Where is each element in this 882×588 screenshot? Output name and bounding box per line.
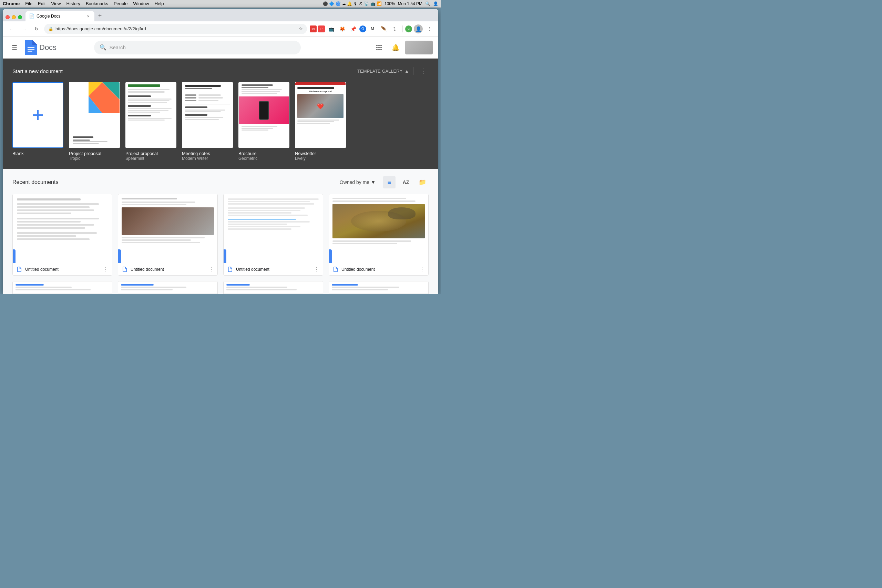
doc-info-4: Untitled document [341, 267, 417, 272]
tropic-project-name [73, 136, 93, 141]
menubar-window[interactable]: Window [133, 1, 149, 6]
google-apps-icon [376, 45, 382, 50]
list-view-button[interactable]: ≡ [383, 176, 396, 188]
recent-header-right: Owned by me ▼ ≡ AZ 📁 [336, 176, 429, 188]
template-item-tropic[interactable]: Project proposal Tropic [69, 82, 120, 161]
menu-hamburger-button[interactable]: ☰ [8, 41, 21, 54]
notifications-button[interactable]: 🔔 [388, 40, 402, 54]
template-thumb-spearmint [125, 82, 176, 148]
doc-accent-bar-4 [329, 249, 332, 263]
ext-pinterest-icon[interactable]: 📌 [348, 24, 358, 34]
template-sub-newsletter: Lively [295, 156, 306, 161]
template-item-spearmint[interactable]: Project proposal Spearmint [125, 82, 176, 161]
doc-item-8[interactable] [328, 281, 429, 294]
new-tab-button[interactable]: + [95, 11, 105, 21]
docs-search-bar[interactable]: 🔍 Search [94, 40, 301, 54]
maximize-button[interactable] [18, 15, 22, 19]
menubar-view[interactable]: View [51, 1, 61, 6]
doc-more-button-2[interactable]: ⋮ [208, 266, 214, 273]
minimize-button[interactable] [12, 15, 16, 19]
menubar-history[interactable]: History [66, 1, 80, 6]
docs-logo-text: Docs [39, 43, 57, 52]
recent-section: Recent documents Owned by me ▼ ≡ AZ 📁 [3, 169, 438, 294]
ext-cast-icon[interactable]: 📺 [326, 24, 336, 34]
bookmark-star-icon[interactable]: ☆ [299, 26, 303, 32]
ext-more-icon[interactable]: ⤵ [390, 24, 399, 34]
user-profile-area[interactable] [405, 40, 433, 54]
profile-status-icon[interactable]: G [405, 26, 412, 32]
search-placeholder: Search [109, 44, 126, 50]
reload-button[interactable]: ↻ [32, 24, 41, 34]
doc-name-4: Untitled document [341, 267, 417, 272]
recent-header: Recent documents Owned by me ▼ ≡ AZ 📁 [12, 176, 429, 188]
templates-more-button[interactable]: ⋮ [418, 66, 429, 76]
ext-pocket-icon[interactable]: P [318, 26, 325, 32]
ext-firefox-icon[interactable]: 🦊 [337, 24, 347, 34]
template-gallery-button[interactable]: TEMPLATE GALLERY ▲ [357, 69, 409, 74]
templates-section: Start a new document TEMPLATE GALLERY ▲ … [3, 58, 438, 169]
active-tab[interactable]: 📄 Google Docs ✕ [26, 11, 94, 21]
list-view-icon: ≡ [388, 179, 392, 186]
menubar-profile[interactable]: 👤 [433, 2, 438, 6]
doc-more-button-1[interactable]: ⋮ [103, 266, 108, 273]
doc-item-1[interactable]: Untitled document ⋮ [12, 194, 112, 276]
menubar-help[interactable]: Help [155, 1, 164, 6]
doc-footer-4: Untitled document ⋮ [329, 263, 428, 275]
template-item-newsletter[interactable]: We have a surprise! ❤️ [295, 82, 346, 161]
template-item-blank[interactable]: + Blank [12, 82, 63, 161]
url-bar[interactable]: 🔒 https://docs.google.com/document/u/2/?… [44, 24, 307, 34]
forward-button[interactable]: → [19, 24, 29, 34]
menubar-bookmarks[interactable]: Bookmarks [86, 1, 108, 6]
ext-circle-icon[interactable]: O [359, 26, 366, 32]
owned-by-filter[interactable]: Owned by me ▼ [336, 177, 379, 187]
back-button[interactable]: ← [7, 24, 16, 34]
doc-more-button-3[interactable]: ⋮ [314, 266, 320, 273]
close-button[interactable] [6, 15, 10, 19]
recent-docs-grid: Untitled document ⋮ [12, 194, 429, 276]
menubar-chrome[interactable]: Chrome [3, 1, 20, 6]
docs-logo[interactable]: Docs [25, 40, 57, 55]
doc-item-2[interactable]: Untitled document ⋮ [118, 194, 218, 276]
template-sub-spearmint: Spearmint [125, 156, 144, 161]
profile-avatar[interactable]: 👤 [413, 24, 423, 34]
doc-info-1: Untitled document [25, 267, 100, 272]
template-sub-meeting: Modern Writer [182, 156, 208, 161]
tropic-shapes-svg [88, 82, 120, 117]
templates-header: Start a new document TEMPLATE GALLERY ▲ … [12, 66, 429, 76]
chrome-menu-button[interactable]: ⋮ [424, 24, 434, 34]
menubar-time: Mon 1:54 PM [398, 2, 422, 6]
doc-file-icon-2 [122, 266, 128, 273]
doc-accent-bar-3 [224, 249, 226, 263]
ext-medium-icon[interactable]: M [368, 24, 377, 34]
doc-name-3: Untitled document [236, 267, 311, 272]
menubar-file[interactable]: File [25, 1, 32, 6]
doc-accent-bar-1 [13, 249, 15, 263]
menubar-search-icon[interactable]: 🔍 [425, 2, 430, 6]
template-thumb-meeting [182, 82, 233, 148]
menubar-edit[interactable]: Edit [38, 1, 45, 6]
folder-view-button[interactable]: 📁 [416, 176, 429, 188]
ext-feather-icon[interactable]: 🪶 [379, 24, 388, 34]
sort-button[interactable]: AZ [400, 176, 412, 188]
template-sub-tropic: Tropic [69, 156, 80, 161]
template-item-brochure[interactable]: Brochure Geometric [238, 82, 290, 161]
apps-grid-button[interactable] [372, 40, 386, 54]
doc-thumb-3 [224, 194, 323, 263]
doc-more-button-4[interactable]: ⋮ [419, 266, 425, 273]
tab-close-button[interactable]: ✕ [86, 14, 91, 19]
search-icon: 🔍 [100, 44, 106, 51]
doc-item-7[interactable] [223, 281, 323, 294]
doc-thumb-4 [329, 194, 428, 263]
doc-thumb-1 [13, 194, 112, 263]
template-item-meeting[interactable]: Meeting notes Modern Writer [182, 82, 233, 161]
doc-item-6[interactable] [118, 281, 218, 294]
menubar-people[interactable]: People [114, 1, 128, 6]
doc-thumb-7 [224, 281, 323, 294]
doc-item-4[interactable]: Untitled document ⋮ [328, 194, 429, 276]
docs-page: ☰ Docs 🔍 Search [3, 36, 438, 294]
doc-item-5[interactable] [12, 281, 112, 294]
doc-item-3[interactable]: Untitled document ⋮ [223, 194, 323, 276]
address-bar: ← → ↻ 🔒 https://docs.google.com/document… [3, 21, 438, 36]
templates-grid: + Blank [12, 82, 429, 161]
ext-calendar-icon[interactable]: 19 [310, 26, 316, 32]
